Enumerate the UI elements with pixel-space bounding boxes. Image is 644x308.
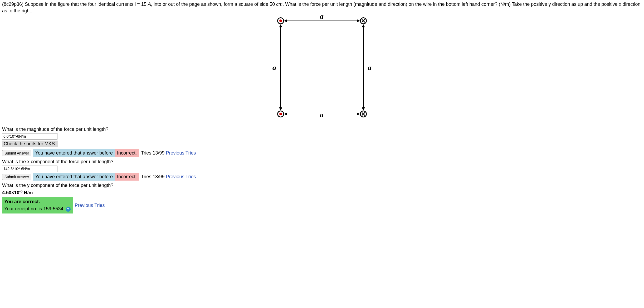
figure: a a a a [2, 17, 642, 119]
previous-tries-link[interactable]: Previous Tries [166, 174, 196, 179]
side-label-top: a [320, 12, 324, 21]
tries-count: Tries 13/99 Previous Tries [139, 173, 198, 181]
wire-in-icon [360, 17, 367, 24]
wire-out-icon [277, 17, 284, 24]
side-label-bottom: a [320, 111, 324, 119]
previous-tries-link[interactable]: Previous Tries [166, 150, 196, 156]
incorrect-msg: Incorrect. [115, 149, 139, 157]
q2-input[interactable] [2, 166, 57, 172]
problem-id: (8c29p36) [2, 2, 23, 7]
wire-in-icon [360, 111, 367, 117]
incorrect-msg: Incorrect. [115, 173, 139, 181]
q3-answer: 4.50×10-5 N/m [2, 189, 642, 196]
side-label-right: a [368, 63, 372, 72]
tries-count: Tries 13/99 Previous Tries [139, 149, 198, 157]
q1-prompt: What is the magnitude of the force per u… [2, 127, 642, 132]
q3-prompt: What is the y component of the force per… [2, 183, 642, 188]
wire-out-icon [277, 111, 284, 117]
q1-unit-feedback: Check the units for MKS. [2, 141, 58, 147]
entered-before-msg: You have entered that answer before [33, 173, 115, 181]
previous-tries-link[interactable]: Previous Tries [75, 203, 105, 208]
correct-feedback: You are correct. Your receipt no. is 159… [2, 197, 73, 213]
side-label-left: a [272, 63, 276, 72]
q2-prompt: What is the x component of the force per… [2, 159, 642, 165]
q1-input[interactable] [2, 133, 57, 140]
entered-before-msg: You have entered that answer before [33, 149, 115, 157]
submit-button[interactable]: Submit Answer [2, 150, 31, 156]
help-icon[interactable]: ? [66, 207, 71, 212]
submit-button[interactable]: Submit Answer [2, 174, 31, 180]
